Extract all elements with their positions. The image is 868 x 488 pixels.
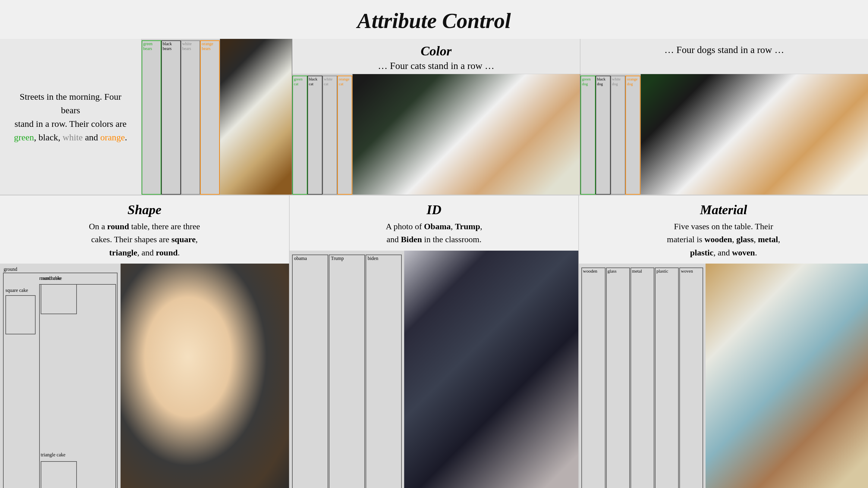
bears-desc-line2: stand in a row. Their colors are <box>9 117 132 130</box>
green-bears-label: green bears <box>142 40 161 195</box>
black-bears-label: black bears <box>161 40 181 195</box>
white-cat-label: white cat <box>322 76 338 195</box>
color-green-label: green <box>14 132 34 142</box>
dogs-subheader: … Four dogs stand in a row … <box>580 39 868 60</box>
bears-bbox-labels: green bears black bears white bears oran… <box>142 39 220 195</box>
round-bold: round <box>156 248 178 257</box>
white-bears-label: white bears <box>181 40 200 195</box>
id-photo-sim <box>404 251 579 488</box>
id-photo <box>404 251 579 488</box>
black-cat-label: black cat <box>307 76 322 195</box>
wooden-label: wooden <box>581 267 605 488</box>
round-cake-diag-label: round cake <box>41 275 62 281</box>
glass-label: glass <box>606 267 630 488</box>
woven-bold: woven <box>732 248 755 257</box>
shape-cell: Shape On a round table, there are three … <box>0 195 290 488</box>
square-bold: square <box>172 235 195 244</box>
color-subheaders: … Four cats stand in a row … <box>292 60 868 74</box>
biden-label: biden <box>366 255 402 488</box>
orange-bears-label: orange bears <box>200 40 220 195</box>
obama-bold: Obama <box>424 222 451 231</box>
shape-photo <box>121 264 289 488</box>
triangle-cake-box <box>41 461 77 488</box>
color-center-right: Color … Four dogs stand in a row … … Fou… <box>292 39 868 195</box>
material-cell: Material Five vases on the table. Their … <box>579 195 868 488</box>
bears-desc-line1: Streets in the morning. Four bears <box>9 90 132 117</box>
orange-cat-label: orange cat <box>337 76 352 195</box>
material-label-row: wooden glass metal plastic woven <box>581 266 703 488</box>
material-photo-sim <box>706 264 868 488</box>
biden-bold: Biden <box>401 235 422 244</box>
cats-photo-sim <box>352 74 580 195</box>
id-content: obama Trump biden <box>290 251 579 488</box>
trump-label: Trump <box>329 255 365 488</box>
dogs-photo <box>641 74 868 195</box>
trump-bold: Trump <box>455 222 480 231</box>
plastic-bold: plastic <box>690 248 713 257</box>
material-content: wooden glass metal plastic woven <box>579 264 868 488</box>
color-separator1: , black, <box>34 132 63 142</box>
color-orange-label: orange <box>100 132 125 142</box>
bears-photo-sim <box>220 39 292 195</box>
glass-bold: glass <box>736 235 754 244</box>
material-header: Material <box>579 195 868 220</box>
id-cell: ID A photo of Obama, Trump, and Biden in… <box>290 195 579 488</box>
cats-photo <box>352 74 581 195</box>
green-dog-label: green dog <box>581 76 595 195</box>
woven-label: woven <box>679 267 703 488</box>
color-separator2: and <box>83 132 100 142</box>
spacer-subheader <box>580 60 868 74</box>
shape-diagram: ground round table square cake round cak… <box>0 264 121 488</box>
top-row: Streets in the morning. Four bears stand… <box>0 39 868 195</box>
page-title: Attribute Control <box>0 0 868 39</box>
id-label-row: obama Trump biden <box>292 253 402 488</box>
metal-bold: metal <box>758 235 778 244</box>
bottom-row: Shape On a round table, there are three … <box>0 195 868 488</box>
shape-content: ground round table square cake round cak… <box>0 264 289 488</box>
black-dog-label: black dog <box>595 76 611 195</box>
obama-label: obama <box>292 255 328 488</box>
cats-label-row: green cat black cat white cat orange cat <box>292 74 352 195</box>
bears-photo <box>220 39 292 195</box>
color-main-header: Color <box>292 39 580 60</box>
plastic-label: plastic <box>655 267 679 488</box>
bears-label-row: green bears black bears white bears oran… <box>142 39 220 195</box>
color-white-label: white <box>63 132 83 142</box>
color-headers-row: Color … Four dogs stand in a row … <box>292 39 868 60</box>
wooden-bold: wooden <box>704 235 732 244</box>
round-table-bold: round <box>107 222 129 231</box>
triangle-cake-diag-label: triangle cake <box>41 452 65 458</box>
ground-label: ground <box>4 267 17 272</box>
shape-desc: On a round table, there are three cakes.… <box>0 220 289 264</box>
left-description: Streets in the morning. Four bears stand… <box>0 39 142 195</box>
material-desc: Five vases on the table. Their material … <box>579 220 868 264</box>
cats-dogs-row: green cat black cat white cat orange cat <box>292 74 868 195</box>
metal-label: metal <box>630 267 654 488</box>
material-diagram: wooden glass metal plastic woven <box>579 264 706 488</box>
square-cake-diag-label: square cake <box>5 288 28 293</box>
bears-section: green bears black bears white bears oran… <box>142 39 220 195</box>
shape-header: Shape <box>0 195 289 220</box>
green-cat-label: green cat <box>292 76 307 195</box>
cats-subheader: … Four cats stand in a row … <box>292 60 580 74</box>
dogs-diagram: green dog black dog white dog orange dog <box>581 74 641 195</box>
bears-desc-colors: green, black, white and orange. <box>9 130 132 144</box>
round-cake-box <box>41 284 77 314</box>
dogs-label-row: green dog black dog white dog orange dog <box>581 74 641 195</box>
id-diagram: obama Trump biden <box>290 251 404 488</box>
triangle-bold: triangle <box>109 248 137 257</box>
shape-photo-sim <box>121 264 289 488</box>
cats-diagram: green cat black cat white cat orange cat <box>292 74 352 195</box>
orange-dog-label: orange dog <box>625 76 641 195</box>
id-desc: A photo of Obama, Trump, and Biden in th… <box>290 220 579 251</box>
material-photo <box>706 264 868 488</box>
square-cake-box <box>5 295 36 334</box>
white-dog-label: white dog <box>611 76 626 195</box>
id-header: ID <box>290 195 579 220</box>
dogs-photo-sim <box>641 74 868 195</box>
